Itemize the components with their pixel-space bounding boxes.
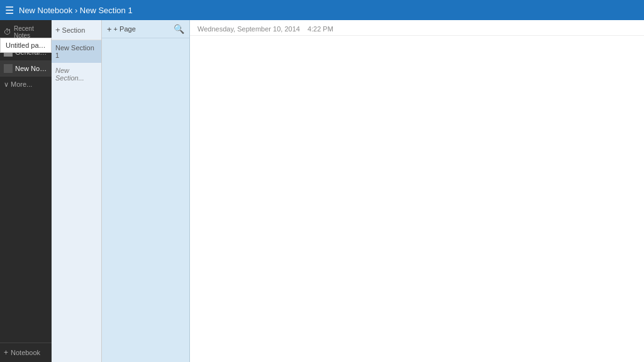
add-notebook-icon: + bbox=[4, 348, 8, 357]
content-time: 4:22 PM bbox=[308, 25, 333, 33]
recent-dropdown: Untitled page bbox=[0, 38, 52, 53]
add-page-button[interactable]: + + Page bbox=[107, 25, 136, 34]
add-page-icon: + bbox=[107, 25, 112, 34]
add-section-button[interactable]: + Section bbox=[52, 20, 101, 40]
sidebar-more[interactable]: ∨ More... bbox=[0, 77, 52, 92]
more-label: ∨ More... bbox=[4, 80, 32, 89]
recent-icon: ⏱ bbox=[4, 28, 11, 36]
sidebar-item-new-notebook[interactable]: New Notebook bbox=[0, 60, 52, 77]
content-date: Wednesday, September 10, 2014 bbox=[197, 25, 300, 33]
recent-label: Recent Notes bbox=[14, 25, 48, 39]
sections-panel: + Section New Section 1 New Section... bbox=[52, 20, 102, 362]
title-bar: ☰ New Notebook › New Section 1 bbox=[0, 0, 644, 20]
section-item-new[interactable]: New Section... bbox=[52, 63, 101, 85]
pages-panel: + + Page 🔍 bbox=[102, 20, 190, 362]
add-page-label: + Page bbox=[114, 25, 136, 33]
notebook-icon-new bbox=[4, 64, 13, 73]
sidebar: ⏱ Recent Notes Untitled page General Not… bbox=[0, 20, 52, 362]
recent-dropdown-item[interactable]: Untitled page bbox=[1, 38, 51, 52]
title-bar-title: New Notebook › New Section 1 bbox=[19, 6, 133, 15]
add-notebook-button[interactable]: + Notebook bbox=[0, 343, 52, 362]
content-body[interactable] bbox=[190, 36, 644, 362]
search-icon[interactable]: 🔍 bbox=[174, 24, 184, 34]
content-header: Wednesday, September 10, 2014 4:22 PM bbox=[190, 20, 644, 36]
pages-toolbar: + + Page 🔍 bbox=[102, 20, 189, 38]
section-item-1[interactable]: New Section 1 bbox=[52, 40, 101, 63]
sidebar-item-label-new-notebook: New Notebook bbox=[15, 65, 48, 72]
content-area: Wednesday, September 10, 2014 4:22 PM bbox=[190, 20, 644, 362]
main-layout: ⏱ Recent Notes Untitled page General Not… bbox=[0, 20, 644, 362]
add-notebook-label: Notebook bbox=[11, 349, 40, 356]
menu-icon[interactable]: ☰ bbox=[5, 4, 14, 16]
add-section-icon: + bbox=[55, 25, 60, 35]
add-section-label: Section bbox=[62, 26, 86, 34]
